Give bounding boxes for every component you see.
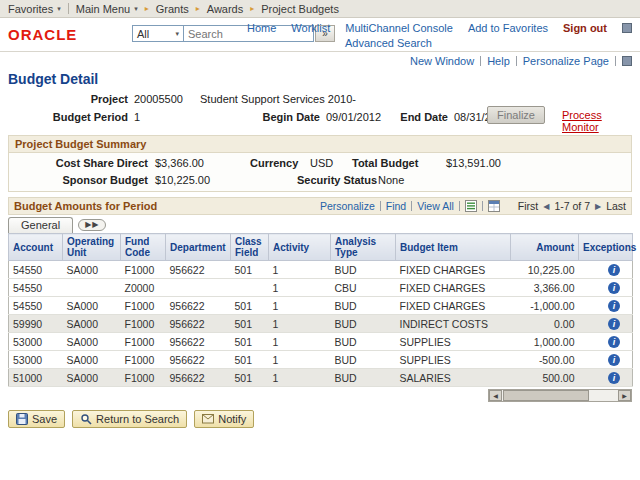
scroll-left-icon[interactable]: ◀ — [489, 390, 502, 401]
previous-row-icon[interactable]: ◀ — [543, 202, 549, 211]
notify-button-label: Notify — [218, 413, 246, 425]
grid-popup-icon[interactable] — [488, 200, 500, 212]
cell-exceptions: i — [579, 261, 633, 279]
col-operating-unit[interactable]: Operating Unit — [63, 234, 121, 261]
personalize-link[interactable]: Personalize — [320, 200, 375, 212]
cell-department: 956622 — [166, 297, 231, 315]
cell-department: 956622 — [166, 261, 231, 279]
scrollbar-thumb[interactable] — [503, 390, 589, 401]
table-row: 59990 SA000 F1000 956622 501 1 BUD INDIR… — [9, 315, 633, 333]
budget-period-label: Budget Period — [40, 111, 128, 123]
favorites-label: Favorites — [8, 3, 53, 15]
find-link[interactable]: Find — [386, 200, 406, 212]
breadcrumb-project-budgets[interactable]: Project Budgets — [261, 3, 339, 15]
cell-budget-item: FIXED CHARGES — [396, 279, 511, 297]
return-to-search-button[interactable]: Return to Search — [72, 410, 187, 428]
cell-account: 54550 — [9, 261, 63, 279]
tab-general[interactable]: General — [8, 217, 73, 233]
show-all-columns-icon[interactable]: ▶▶ — [78, 219, 106, 231]
save-button[interactable]: Save — [8, 410, 65, 428]
notify-button[interactable]: Notify — [194, 410, 254, 428]
cell-analysis-type: BUD — [331, 297, 396, 315]
project-budget-summary: Project Budget Summary Cost Share Direct… — [8, 135, 632, 192]
copy-url-icon[interactable] — [622, 56, 632, 66]
col-analysis-type[interactable]: Analysis Type — [331, 234, 396, 261]
cell-account: 51000 — [9, 369, 63, 387]
new-window-link[interactable]: New Window — [410, 55, 474, 67]
header-menu-icon[interactable] — [622, 23, 632, 33]
exception-info-icon[interactable]: i — [608, 372, 620, 384]
total-budget-label: Total Budget — [352, 157, 418, 169]
cell-account: 54550 — [9, 297, 63, 315]
advanced-search-link[interactable]: Advanced Search — [345, 37, 432, 49]
cell-class-field: 501 — [231, 351, 269, 369]
breadcrumb-awards[interactable]: Awards — [207, 3, 243, 15]
cell-operating-unit: SA000 — [63, 369, 121, 387]
col-amount[interactable]: Amount — [511, 234, 579, 261]
security-status-value: None — [378, 174, 404, 186]
col-department[interactable]: Department — [166, 234, 231, 261]
project-name: Student Support Services 2010- — [200, 93, 356, 105]
home-link[interactable]: Home — [247, 22, 276, 34]
download-to-excel-icon[interactable] — [465, 200, 477, 212]
toolbar-divider — [480, 56, 481, 66]
next-row-icon[interactable]: ▶ — [595, 202, 601, 211]
col-account[interactable]: Account — [9, 234, 63, 261]
main-menu[interactable]: Main Menu ▾ — [76, 3, 138, 15]
cell-department: 956622 — [166, 369, 231, 387]
view-all-link[interactable]: View All — [417, 200, 454, 212]
total-budget-value: $13,591.00 — [431, 157, 501, 169]
exception-info-icon[interactable]: i — [608, 336, 620, 348]
col-class-field[interactable]: Class Field — [231, 234, 269, 261]
cell-activity: 1 — [269, 261, 331, 279]
exception-info-icon[interactable]: i — [608, 300, 620, 312]
summary-body: Cost Share Direct $3,366.00 Currency USD… — [9, 153, 631, 191]
return-to-search-icon — [80, 413, 92, 425]
cell-department: 956622 — [166, 333, 231, 351]
finalize-button[interactable]: Finalize — [487, 106, 545, 124]
project-label: Project — [72, 93, 128, 105]
personalize-page-link[interactable]: Personalize Page — [523, 55, 609, 67]
cell-operating-unit: SA000 — [63, 333, 121, 351]
worklist-link[interactable]: Worklist — [291, 22, 330, 34]
scroll-right-icon[interactable]: ▶ — [618, 390, 631, 401]
breadcrumb-grants[interactable]: Grants — [156, 3, 189, 15]
main-menu-label: Main Menu — [76, 3, 130, 15]
cell-analysis-type: CBU — [331, 279, 396, 297]
help-link[interactable]: Help — [487, 55, 510, 67]
multichannel-console-link[interactable]: MultiChannel Console — [345, 22, 453, 34]
sign-out-link[interactable]: Sign out — [563, 22, 607, 34]
add-to-favorites-link[interactable]: Add to Favorites — [468, 22, 548, 34]
cell-amount: 500.00 — [511, 369, 579, 387]
horizontal-scrollbar[interactable]: ◀ ▶ — [488, 389, 632, 402]
cell-amount: 1,000.00 — [511, 333, 579, 351]
cell-account: 53000 — [9, 333, 63, 351]
begin-date-label: Begin Date — [250, 111, 320, 123]
cell-account: 54550 — [9, 279, 63, 297]
project-header: Project 20005500 Student Support Service… — [0, 91, 640, 133]
process-monitor-link[interactable]: Process Monitor — [562, 109, 640, 133]
cell-exceptions: i — [579, 297, 633, 315]
col-budget-item[interactable]: Budget Item — [396, 234, 511, 261]
search-scope-select[interactable]: All ▾ — [132, 25, 184, 42]
exception-info-icon[interactable]: i — [608, 318, 620, 330]
sponsor-budget-label: Sponsor Budget — [9, 174, 148, 186]
exception-info-icon[interactable]: i — [608, 282, 620, 294]
cell-fund-code: F1000 — [121, 333, 166, 351]
col-activity[interactable]: Activity — [269, 234, 331, 261]
cell-amount: 10,225.00 — [511, 261, 579, 279]
exception-info-icon[interactable]: i — [608, 354, 620, 366]
grid-section-header: Budget Amounts for Period Personalize Fi… — [8, 197, 632, 215]
project-id: 20005500 — [134, 93, 183, 105]
first-link[interactable]: First — [518, 200, 538, 212]
cell-class-field — [231, 279, 269, 297]
cell-exceptions: i — [579, 369, 633, 387]
col-fund-code[interactable]: Fund Code — [121, 234, 166, 261]
favorites-menu[interactable]: Favorites ▾ — [8, 3, 61, 15]
table-row: 53000 SA000 F1000 956622 501 1 BUD SUPPL… — [9, 333, 633, 351]
exception-info-icon[interactable]: i — [608, 264, 620, 276]
last-link[interactable]: Last — [606, 200, 626, 212]
cell-operating-unit: SA000 — [63, 351, 121, 369]
grid-tab-row: General ▶▶ — [8, 215, 632, 233]
cell-budget-item: SUPPLIES — [396, 351, 511, 369]
